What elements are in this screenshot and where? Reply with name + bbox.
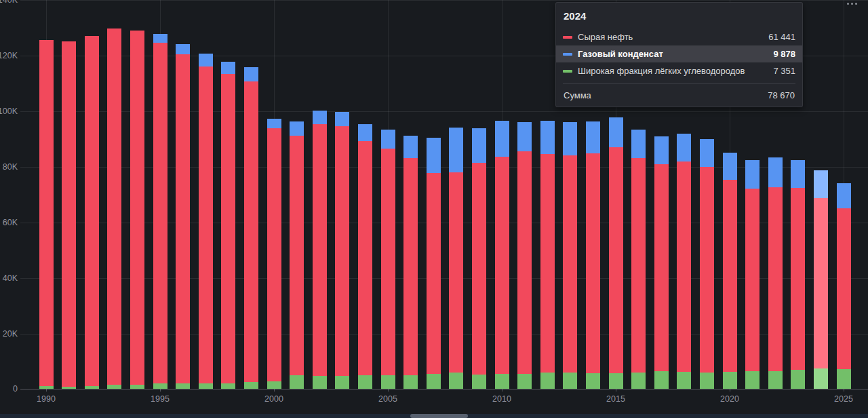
bar-segment-gas-condensate[interactable]	[814, 170, 828, 197]
bar-segment-wide-fraction[interactable]	[677, 372, 691, 389]
bar-segment-gas-condensate[interactable]	[768, 157, 783, 187]
bar-segment-gas-condensate[interactable]	[700, 139, 714, 167]
bar-2001[interactable]	[290, 0, 304, 389]
bar-segment-crude-oil[interactable]	[814, 198, 828, 369]
bar-segment-gas-condensate[interactable]	[472, 128, 486, 163]
bar-segment-crude-oil[interactable]	[609, 147, 623, 373]
bar-segment-gas-condensate[interactable]	[358, 124, 372, 141]
bar-segment-crude-oil[interactable]	[244, 81, 258, 382]
bar-segment-crude-oil[interactable]	[517, 151, 532, 374]
bar-segment-wide-fraction[interactable]	[723, 372, 737, 389]
bar-segment-crude-oil[interactable]	[768, 187, 783, 371]
bar-segment-wide-fraction[interactable]	[631, 373, 646, 389]
bar-segment-wide-fraction[interactable]	[358, 375, 372, 390]
bar-segment-crude-oil[interactable]	[723, 180, 737, 372]
bar-segment-gas-condensate[interactable]	[381, 130, 395, 149]
bar-segment-wide-fraction[interactable]	[609, 373, 623, 389]
bar-1995[interactable]	[153, 0, 167, 389]
bar-segment-gas-condensate[interactable]	[745, 160, 760, 189]
bar-segment-wide-fraction[interactable]	[449, 373, 463, 389]
bar-segment-crude-oil[interactable]	[654, 164, 669, 371]
bar-segment-crude-oil[interactable]	[495, 157, 509, 374]
bar-segment-gas-condensate[interactable]	[153, 34, 167, 43]
bar-segment-wide-fraction[interactable]	[221, 383, 235, 390]
bar-segment-crude-oil[interactable]	[427, 173, 441, 374]
bar-segment-gas-condensate[interactable]	[837, 183, 851, 208]
bar-2000[interactable]	[267, 0, 281, 389]
bar-2012[interactable]	[540, 0, 555, 389]
bar-segment-wide-fraction[interactable]	[39, 386, 54, 389]
bar-segment-gas-condensate[interactable]	[631, 130, 646, 158]
bar-segment-crude-oil[interactable]	[39, 40, 54, 386]
bar-segment-wide-fraction[interactable]	[700, 373, 714, 390]
bar-segment-gas-condensate[interactable]	[791, 160, 805, 188]
bar-segment-wide-fraction[interactable]	[199, 383, 213, 390]
bar-segment-wide-fraction[interactable]	[381, 375, 395, 390]
bar-1994[interactable]	[130, 0, 144, 389]
horizontal-scrollbar-track[interactable]	[0, 414, 868, 418]
bar-segment-crude-oil[interactable]	[449, 172, 463, 373]
bar-segment-crude-oil[interactable]	[290, 136, 304, 375]
bar-segment-wide-fraction[interactable]	[267, 381, 281, 389]
bar-segment-gas-condensate[interactable]	[290, 121, 304, 135]
bar-segment-crude-oil[interactable]	[335, 126, 349, 376]
bar-segment-crude-oil[interactable]	[221, 74, 235, 383]
bar-segment-wide-fraction[interactable]	[540, 373, 555, 389]
bar-segment-crude-oil[interactable]	[199, 66, 213, 383]
bar-segment-wide-fraction[interactable]	[814, 368, 828, 389]
bar-segment-crude-oil[interactable]	[540, 154, 555, 373]
bar-segment-gas-condensate[interactable]	[563, 122, 577, 156]
bar-2007[interactable]	[427, 0, 441, 389]
bar-segment-crude-oil[interactable]	[130, 31, 144, 385]
bar-segment-crude-oil[interactable]	[176, 54, 190, 383]
bar-segment-crude-oil[interactable]	[313, 124, 327, 376]
bar-segment-wide-fraction[interactable]	[517, 374, 532, 389]
bar-segment-crude-oil[interactable]	[837, 208, 851, 369]
bar-segment-gas-condensate[interactable]	[176, 44, 190, 54]
bar-segment-gas-condensate[interactable]	[267, 119, 281, 128]
bar-segment-crude-oil[interactable]	[381, 149, 395, 375]
bar-2010[interactable]	[495, 0, 509, 389]
bar-segment-crude-oil[interactable]	[403, 158, 418, 375]
bar-segment-gas-condensate[interactable]	[540, 121, 555, 154]
bar-segment-gas-condensate[interactable]	[723, 153, 737, 180]
bar-segment-gas-condensate[interactable]	[313, 111, 327, 124]
bar-1999[interactable]	[244, 0, 258, 389]
bar-segment-crude-oil[interactable]	[586, 153, 600, 373]
bar-segment-gas-condensate[interactable]	[449, 128, 463, 173]
bar-segment-gas-condensate[interactable]	[427, 138, 441, 173]
bar-segment-gas-condensate[interactable]	[335, 112, 349, 126]
bar-segment-crude-oil[interactable]	[472, 163, 486, 375]
bar-segment-wide-fraction[interactable]	[290, 375, 304, 389]
bar-1992[interactable]	[85, 0, 99, 389]
horizontal-scrollbar-thumb[interactable]	[410, 414, 468, 418]
bar-segment-wide-fraction[interactable]	[176, 383, 190, 390]
bar-segment-gas-condensate[interactable]	[221, 62, 235, 74]
bar-segment-gas-condensate[interactable]	[586, 121, 600, 153]
bar-2004[interactable]	[358, 0, 372, 389]
bar-segment-crude-oil[interactable]	[563, 155, 577, 373]
bar-segment-wide-fraction[interactable]	[107, 385, 121, 390]
bar-segment-crude-oil[interactable]	[85, 36, 99, 386]
bar-segment-wide-fraction[interactable]	[837, 369, 851, 389]
bar-segment-crude-oil[interactable]	[631, 158, 646, 373]
bar-segment-wide-fraction[interactable]	[130, 385, 144, 389]
bar-segment-wide-fraction[interactable]	[427, 374, 441, 390]
bar-segment-wide-fraction[interactable]	[472, 375, 486, 389]
bar-segment-gas-condensate[interactable]	[199, 54, 213, 66]
bar-segment-wide-fraction[interactable]	[153, 383, 167, 389]
bar-2024[interactable]	[814, 0, 828, 389]
bar-segment-crude-oil[interactable]	[267, 128, 281, 381]
bar-segment-wide-fraction[interactable]	[403, 375, 418, 390]
bar-2006[interactable]	[403, 0, 418, 389]
bar-2009[interactable]	[472, 0, 486, 389]
bar-2008[interactable]	[449, 0, 463, 389]
bar-segment-crude-oil[interactable]	[358, 141, 372, 375]
bar-segment-gas-condensate[interactable]	[495, 121, 509, 156]
bar-segment-gas-condensate[interactable]	[677, 134, 691, 162]
bar-segment-wide-fraction[interactable]	[313, 376, 327, 389]
bar-1996[interactable]	[176, 0, 190, 389]
bar-1991[interactable]	[62, 0, 76, 389]
bar-segment-wide-fraction[interactable]	[495, 374, 509, 390]
bar-2003[interactable]	[335, 0, 349, 389]
